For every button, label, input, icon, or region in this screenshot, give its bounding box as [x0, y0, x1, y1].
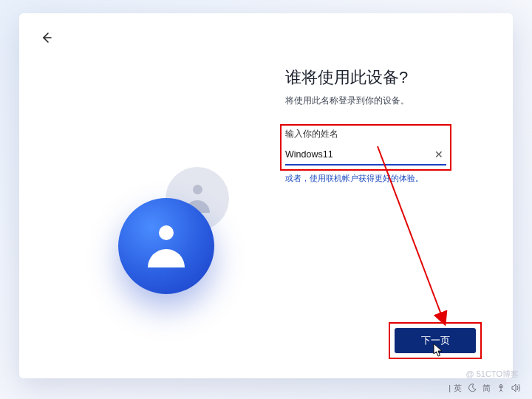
arrow-left-icon [40, 31, 53, 44]
svg-point-2 [500, 385, 502, 387]
ime-indicator[interactable]: | 英 [449, 383, 462, 394]
ime-mode[interactable]: 简 [482, 383, 491, 394]
setup-window: 谁将使用此设备? 将使用此名称登录到你的设备。 输入你的姓名 ✕ 或者，使用联机… [19, 13, 513, 378]
page-title: 谁将使用此设备? [285, 66, 446, 89]
page-subtitle: 将使用此名称登录到你的设备。 [285, 95, 446, 107]
taskbar: | 英 简 [449, 380, 522, 396]
speaker-icon [511, 383, 522, 392]
user-illustration [108, 161, 256, 309]
moon-icon [468, 383, 477, 392]
volume-icon[interactable] [511, 383, 522, 392]
person-icon [497, 383, 505, 392]
clear-input-button[interactable]: ✕ [432, 149, 446, 160]
name-field-block: 输入你的姓名 ✕ [285, 128, 446, 166]
theme-icon[interactable] [468, 383, 477, 392]
next-button-label: 下一页 [421, 334, 450, 347]
avatar-front-icon [118, 198, 214, 294]
back-button[interactable] [38, 30, 55, 46]
name-field-label: 输入你的姓名 [285, 128, 446, 140]
name-input[interactable] [285, 149, 432, 160]
content-area: 谁将使用此设备? 将使用此名称登录到你的设备。 输入你的姓名 ✕ 或者，使用联机… [285, 66, 446, 184]
accessibility-icon[interactable] [497, 383, 505, 392]
use-online-account-link[interactable]: 或者，使用联机帐户获得更好的体验。 [285, 173, 446, 184]
name-input-row: ✕ [285, 145, 446, 166]
next-button[interactable]: 下一页 [395, 328, 476, 353]
watermark-text: @ 51CTO博客 [466, 369, 519, 380]
